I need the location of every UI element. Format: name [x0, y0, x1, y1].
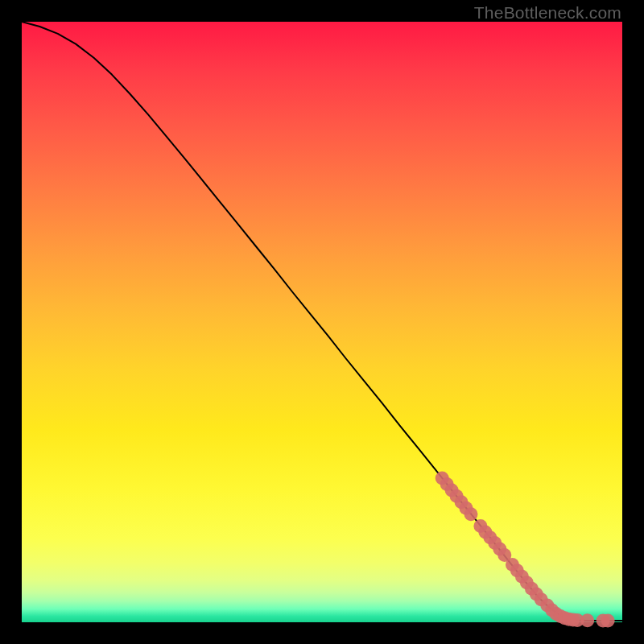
- chart-overlay: [22, 22, 622, 622]
- marker-point: [601, 613, 615, 627]
- chart-frame: TheBottleneck.com: [0, 0, 644, 644]
- marker-group: [436, 472, 615, 628]
- marker-point: [580, 613, 594, 627]
- curve-line: [22, 22, 622, 621]
- watermark-text: TheBottleneck.com: [474, 3, 621, 23]
- marker-point: [464, 507, 478, 521]
